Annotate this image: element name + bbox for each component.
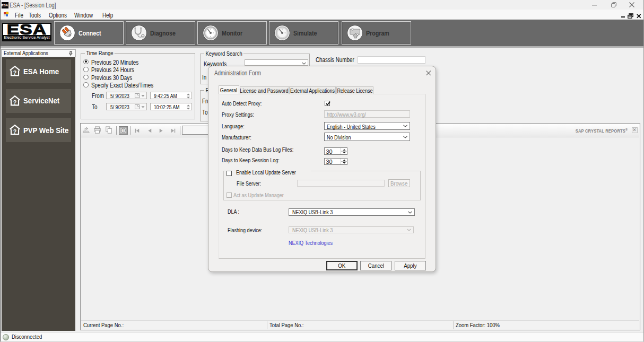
svg-text:?: ? <box>13 99 16 105</box>
svg-text:?: ? <box>13 128 16 135</box>
svg-text:?: ? <box>123 129 125 133</box>
svg-text:?: ? <box>13 69 16 76</box>
